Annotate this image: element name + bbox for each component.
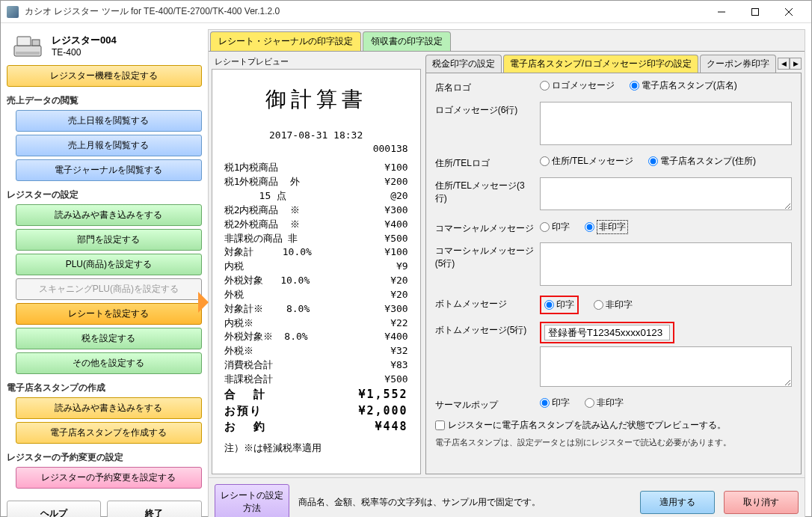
register-dept-button[interactable]: 部門を設定する	[16, 229, 202, 251]
active-arrow-icon	[198, 292, 209, 313]
receipt-total-line: お 釣¥448	[224, 419, 408, 435]
receipt-preview: 御計算書 2017-08-31 18:32 000138 税1内税商品¥100税…	[212, 69, 421, 474]
receipt-line: 税2内税商品 ※¥300	[224, 204, 408, 218]
register-section-label: レジスターの設定	[7, 189, 202, 201]
radio-commercial-noprint[interactable]: 非印字	[585, 220, 628, 234]
receipt-line: 非課税合計¥500	[224, 373, 408, 387]
receipt-line: 内税¥9	[224, 260, 408, 274]
logo-msg-input[interactable]	[540, 102, 792, 145]
ejournal-button[interactable]: 電子ジャーナルを閲覧する	[16, 159, 202, 181]
svg-rect-6	[32, 40, 40, 46]
tab-scroll-right[interactable]: ▶	[790, 58, 802, 70]
radio-estamp-addr[interactable]: 電子店名スタンプ(住所)	[648, 155, 756, 168]
receipt-total-line: 合 計¥1,552	[224, 387, 408, 403]
main-panel: レシート・ジャーナルの印字設定 領収書の印字設定 レシートプレビュー 御計算書 …	[208, 29, 805, 517]
radio-logo-message[interactable]: ロゴメッセージ	[540, 79, 615, 92]
addr-msg-label: 住所/TELメッセージ(3行)	[435, 177, 534, 205]
stamp-note: 電子店名スタンプは、設定データとは別にレジスターで読込む必要があります。	[435, 436, 792, 449]
shop-logo-label: 店名ロゴ	[435, 79, 534, 94]
help-button[interactable]: ヘルプ	[7, 501, 101, 517]
receipt-line: 対象計 10.0%¥100	[224, 245, 408, 260]
receipt-line: 非課税の商品 非¥500	[224, 232, 408, 246]
thermal-label: サーマルポップ	[435, 397, 534, 412]
preview-with-stamp-label: レジスターに電子店名スタンプを読み込んだ状態でプレビューする。	[448, 419, 726, 432]
sidebar: レジスター004 TE-400 レジスター機種を設定する 売上データの閲覧 売上…	[7, 29, 202, 517]
receipt-line: 外税対象 10.0%¥20	[224, 274, 408, 288]
svg-rect-7	[16, 52, 40, 55]
maximize-button[interactable]	[738, 1, 772, 22]
preview-label: レシートプレビュー	[215, 56, 418, 67]
receipt-line: 税2外税商品 ※¥400	[224, 218, 408, 232]
register-rw-button[interactable]: 読み込みや書き込みをする	[16, 204, 202, 226]
subtab-coupon[interactable]: クーポン券印字	[700, 55, 776, 73]
logo-msg-label: ロゴメッセージ(6行)	[435, 102, 534, 117]
register-model: TE-400	[52, 47, 117, 58]
sales-daily-button[interactable]: 売上日報を閲覧する	[16, 110, 202, 132]
tab-ryoshu[interactable]: 領収書の印字設定	[363, 31, 451, 51]
subtab-tax[interactable]: 税金印字の設定	[425, 55, 502, 73]
register-other-button[interactable]: その他を設定する	[16, 352, 202, 374]
close-button[interactable]	[772, 1, 805, 22]
exit-button[interactable]: 終了	[107, 501, 201, 517]
svg-rect-5	[17, 37, 31, 46]
stamp-rw-button[interactable]: 読み込みや書き込みをする	[16, 397, 202, 419]
bottom-label: ボトムメッセージ	[435, 296, 534, 310]
apply-button[interactable]: 適用する	[640, 491, 715, 514]
receipt-seq: 000138	[224, 142, 408, 156]
register-tax-button[interactable]: 税を設定する	[16, 328, 202, 349]
receipt-line: 外税対象※ 8.0%¥400	[224, 330, 408, 344]
sched-set-button[interactable]: レジスターの予約変更を設定する	[16, 467, 202, 489]
radio-bottom-noprint[interactable]: 非印字	[594, 299, 633, 311]
addr-logo-label: 住所/TELロゴ	[435, 155, 534, 170]
receipt-note: 注）※は軽減税率適用	[224, 441, 408, 456]
svg-rect-1	[751, 8, 758, 15]
stamp-create-button[interactable]: 電子店名スタンプを作成する	[16, 422, 202, 444]
receipt-line: 15 点@20	[224, 189, 408, 204]
addr-msg-input[interactable]	[540, 177, 792, 210]
app-icon	[7, 6, 19, 18]
radio-thermal-print[interactable]: 印字	[540, 397, 570, 409]
register-receipt-button[interactable]: レシートを設定する	[16, 303, 202, 325]
receipt-line: 外税※¥32	[224, 344, 408, 358]
titlebar: カシオ レジスター ツール for TE-400/TE-2700/TK-400 …	[1, 1, 811, 23]
radio-addr-message[interactable]: 住所/TELメッセージ	[540, 155, 633, 168]
bottom-print-highlight: 印字	[540, 296, 579, 314]
set-model-button[interactable]: レジスター機種を設定する	[7, 65, 202, 87]
radio-bottom-print[interactable]: 印字	[544, 299, 574, 311]
subtab-stamp[interactable]: 電子店名スタンプ/ロゴメッセージ印字の設定	[503, 55, 698, 73]
receipt-line: 内税※¥22	[224, 316, 408, 331]
sched-section-label: レジスターの予約変更の設定	[7, 451, 202, 464]
bottom-value-highlight	[540, 322, 674, 343]
receipt-line: 外税¥20	[224, 288, 408, 302]
tab-receipt-journal[interactable]: レシート・ジャーナルの印字設定	[210, 31, 361, 51]
register-plu-button[interactable]: PLU(商品)を設定する	[16, 254, 202, 275]
bottom-msg-input[interactable]	[540, 346, 792, 387]
receipt-line: 対象計※ 8.0%¥300	[224, 302, 408, 316]
tab-scroll-left[interactable]: ◀	[778, 58, 790, 70]
register-name: レジスター004	[52, 34, 117, 47]
bottom-msg-value-input[interactable]	[544, 325, 670, 340]
register-scanplu-button: スキャニングPLU(商品)を設定する	[16, 278, 202, 300]
commercial-msg-label: コマーシャルメッセージ(5行)	[435, 242, 534, 270]
receipt-datetime: 2017-08-31 18:32	[224, 129, 408, 143]
receipt-total-line: お預り¥2,000	[224, 403, 408, 420]
register-icon	[10, 32, 46, 59]
commercial-label: コマーシャルメッセージ	[435, 220, 534, 235]
commercial-msg-input[interactable]	[540, 242, 792, 286]
receipt-line: 消費税合計¥83	[224, 358, 408, 373]
radio-thermal-noprint[interactable]: 非印字	[585, 397, 624, 409]
radio-commercial-print[interactable]: 印字	[540, 221, 570, 233]
window-title: カシオ レジスター ツール for TE-400/TE-2700/TK-400 …	[25, 5, 704, 18]
bottom-msg-label: ボトムメッセージ(5行)	[435, 322, 534, 337]
receipt-howto-button[interactable]: レシートの設定方法	[215, 484, 289, 517]
stamp-section-label: 電子店名スタンプの作成	[7, 382, 202, 394]
sales-monthly-button[interactable]: 売上月報を閲覧する	[16, 135, 202, 156]
preview-with-stamp-checkbox[interactable]	[435, 420, 445, 430]
cancel-button[interactable]: 取り消す	[724, 491, 799, 514]
receipt-title: 御計算書	[224, 85, 408, 115]
sales-section-label: 売上データの閲覧	[7, 94, 202, 107]
radio-estamp-name[interactable]: 電子店名スタンプ(店名)	[630, 79, 737, 92]
minimize-button[interactable]	[704, 1, 738, 22]
receipt-line: 税1外税商品 外¥200	[224, 175, 408, 189]
footer-note: 商品名、金額、税率等の文字列は、サンプル用で固定です。	[298, 496, 631, 509]
